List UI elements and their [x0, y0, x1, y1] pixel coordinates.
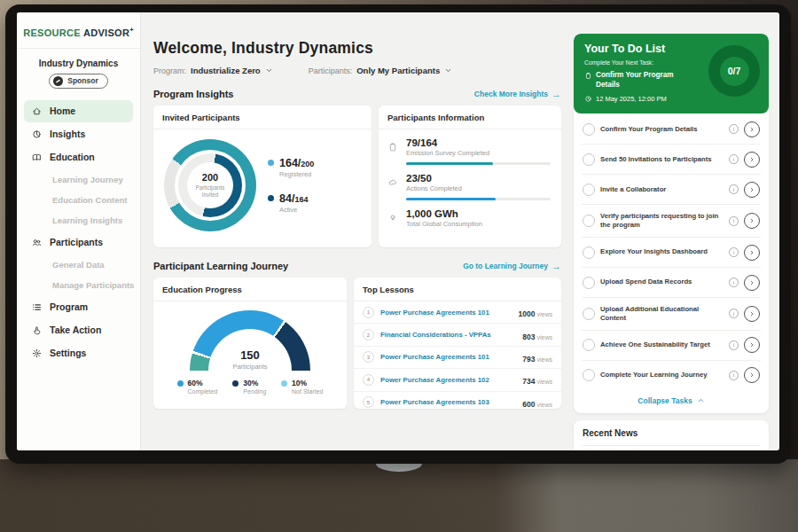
info-icon[interactable]: i	[729, 340, 739, 350]
sidebar-item-take-action[interactable]: Take Action	[24, 319, 133, 341]
sponsor-badge[interactable]: Sponsor	[49, 74, 107, 89]
sidebar-nav: Home Insights Education Learning Journey…	[17, 100, 140, 364]
task-row: Explore Your Insights Dashboard i	[582, 238, 761, 268]
info-icon[interactable]: i	[729, 124, 739, 134]
collapse-tasks-link[interactable]: Collapse Tasks	[574, 390, 769, 413]
todo-column: Your To Do List Complete Your Next Task:…	[574, 12, 779, 450]
chevron-right-button[interactable]	[744, 152, 760, 168]
sidebar-item-learning-journey[interactable]: Learning Journey	[17, 169, 140, 190]
sidebar-item-label: Home	[50, 106, 75, 116]
education-progress-gauge-chart: 150 Participants	[190, 310, 310, 371]
task-checkbox[interactable]	[583, 153, 595, 166]
sidebar-item-insights[interactable]: Insights	[24, 123, 133, 145]
stat-total-consumption: 1,000 GWh Total Global Consumption	[379, 200, 561, 228]
sidebar-item-education[interactable]: Education	[24, 146, 133, 168]
dashboard-screen: RESOURCEADVISOR+ Industry Dynamics Spons…	[17, 12, 779, 450]
chevron-right-button[interactable]	[744, 306, 760, 322]
gear-icon	[31, 348, 43, 359]
participants-filter-dropdown[interactable]: Participants: Only My Participants	[309, 66, 453, 75]
legend-item-not-started: 10%Not Started	[281, 379, 323, 395]
task-checkbox[interactable]	[583, 215, 595, 227]
sidebar-item-label: Participants	[50, 237, 103, 247]
emission-survey-progress-bar	[406, 162, 551, 165]
lesson-row: 5 Power Purchase Agreements 103 600views	[354, 392, 561, 409]
stat-emission-survey: 79/164 Emission Survey Completed	[379, 129, 561, 165]
logo-advisor: ADVISOR	[83, 27, 129, 38]
sidebar-item-label: Program	[50, 301, 88, 312]
rank-badge: 5	[363, 396, 374, 408]
actions-completed-progress-bar	[406, 198, 551, 200]
info-icon[interactable]: i	[729, 154, 739, 164]
todo-next-task: Confirm Your Program Details	[584, 71, 698, 90]
sidebar-item-manage-participants[interactable]: Manage Participants	[17, 275, 140, 295]
lesson-link[interactable]: Financial Considerations - VPPAs	[380, 331, 516, 339]
section-title-program-insights: Program Insights	[153, 89, 233, 99]
check-more-insights-link[interactable]: Check More Insights →	[474, 90, 561, 99]
sidebar-item-participants[interactable]: Participants	[24, 231, 133, 254]
task-checkbox[interactable]	[583, 339, 595, 351]
info-icon[interactable]: i	[729, 278, 739, 287]
chevron-right-button[interactable]	[744, 182, 760, 198]
take-action-icon	[31, 325, 43, 336]
info-icon[interactable]: i	[729, 216, 739, 226]
sidebar-item-program[interactable]: Program	[24, 296, 133, 318]
sidebar-item-education-content[interactable]: Education Content	[17, 190, 140, 210]
task-checkbox[interactable]	[583, 369, 595, 381]
top-lessons-card: Top Lessons 1 Power Purchase Agreements …	[354, 278, 561, 409]
chevron-right-button[interactable]	[744, 337, 760, 353]
donut-legend: 164/200 Registered 84/164 Active	[268, 157, 314, 214]
clock-icon	[584, 95, 592, 103]
info-icon[interactable]: i	[729, 247, 739, 257]
pending-dot-icon	[232, 380, 239, 387]
task-row: Upload Additional Educational Content i	[582, 298, 761, 331]
program-filter-label: Program:	[153, 66, 186, 75]
invited-participants-card: Invited Participants 200 Participants In…	[153, 106, 372, 247]
lesson-link[interactable]: Power Purchase Agreements 101	[380, 353, 516, 361]
completed-dot-icon	[177, 380, 184, 387]
sidebar-item-label: Education	[50, 152, 95, 162]
sidebar-item-learning-insights[interactable]: Learning Insights	[17, 210, 140, 231]
task-checkbox[interactable]	[583, 184, 595, 196]
task-checkbox[interactable]	[583, 246, 595, 259]
sponsor-badge-label: Sponsor	[67, 76, 98, 85]
section-title-learning-journey: Participant Learning Journey	[153, 261, 288, 271]
program-filter-dropdown[interactable]: Program: Industrialize Zero	[153, 66, 273, 75]
task-checkbox[interactable]	[583, 277, 595, 289]
logo-resource: RESOURCE	[23, 27, 81, 38]
lightbulb-icon	[387, 208, 399, 228]
task-checkbox[interactable]	[583, 123, 595, 136]
chevron-right-button[interactable]	[744, 275, 760, 291]
sidebar-item-home[interactable]: Home	[24, 100, 133, 122]
clipboard-icon	[584, 72, 592, 80]
chevron-right-button[interactable]	[744, 245, 760, 261]
sidebar-item-settings[interactable]: Settings	[24, 342, 133, 364]
sidebar: RESOURCEADVISOR+ Industry Dynamics Spons…	[17, 12, 141, 450]
chevron-up-icon	[697, 396, 705, 404]
info-icon[interactable]: i	[729, 184, 739, 194]
survey-clipboard-icon	[387, 137, 399, 165]
chevron-right-button[interactable]	[744, 121, 760, 137]
task-row: Verify participants requesting to join t…	[582, 205, 761, 238]
chevron-right-button[interactable]	[744, 213, 760, 229]
task-row: Send 50 Invitations to Participants i	[582, 145, 761, 175]
lesson-link[interactable]: Power Purchase Agreements 101	[380, 309, 512, 317]
info-icon[interactable]: i	[729, 309, 739, 318]
monitor-bezel: RESOURCEADVISOR+ Industry Dynamics Spons…	[5, 4, 791, 464]
task-list: Confirm Your Program Details i Send 50 I…	[574, 113, 769, 390]
todo-progress-ring: 0/7	[708, 45, 760, 97]
lesson-link[interactable]: Power Purchase Agreements 102	[380, 376, 516, 384]
filters-row: Program: Industrialize Zero Participants…	[153, 66, 561, 75]
chevron-down-icon	[265, 66, 273, 74]
not-started-dot-icon	[281, 380, 287, 387]
participants-icon	[31, 237, 43, 248]
go-to-learning-journey-link[interactable]: Go to Learning Journey →	[463, 262, 561, 271]
task-row: Invite a Collaborator i	[582, 175, 761, 205]
arrow-right-icon: →	[552, 90, 561, 99]
info-icon[interactable]: i	[729, 371, 739, 380]
lesson-link[interactable]: Power Purchase Agreements 103	[380, 398, 516, 406]
sidebar-item-general-data[interactable]: General Data	[17, 254, 140, 275]
task-checkbox[interactable]	[583, 308, 595, 320]
registered-dot-icon	[268, 160, 274, 166]
stat-actions-completed: 23/50 Actions Completed	[379, 165, 561, 200]
chevron-right-button[interactable]	[744, 367, 760, 383]
